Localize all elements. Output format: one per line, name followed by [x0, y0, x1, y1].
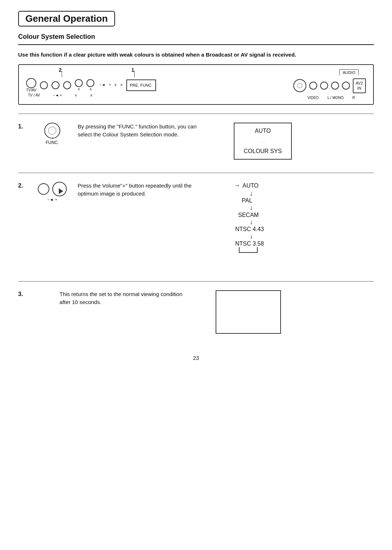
v-bottom: v: [75, 93, 77, 97]
l-mono-label: L / MONO: [327, 96, 344, 100]
volume-icon: [38, 182, 67, 196]
flow-pal-row: PAL: [242, 197, 252, 204]
flow-ntsc443: NTSC 4.43: [235, 225, 264, 233]
panel-left: TV/AV v ∧: [26, 78, 250, 97]
tv-panel-diagram: 2 1 TV/AV v: [18, 64, 374, 105]
right-btn1: [309, 82, 317, 90]
v-btn: [75, 79, 83, 87]
tv-av-btn: [26, 78, 36, 88]
flow-arrow1: ↓: [247, 190, 253, 198]
flow-ntsc443-row: NTSC 4.43: [235, 226, 264, 233]
pre-func-box: PRE. FUNC.: [126, 79, 156, 91]
flow-first-row: → AUTO: [234, 182, 258, 190]
panel-num1: 1: [131, 67, 134, 73]
step2-text: Press the Volume"+" button repeatedly un…: [78, 182, 201, 198]
flow-arrow2: ↓: [247, 204, 253, 212]
tick-1: [134, 71, 135, 77]
func-icon: FUNC.: [44, 123, 60, 145]
step2-section: 2. −◄ + Press the Volume"+" button repea…: [18, 182, 374, 259]
section-divider: [18, 44, 374, 45]
v-label: v: [78, 87, 80, 91]
flow-diagram: → AUTO ↓ PAL ↓ SECAM ↓ NTSC 4.43 ↓: [234, 182, 264, 253]
step3-row: 3. This returns the set to the normal vi…: [18, 290, 374, 334]
right-btn2: [320, 82, 328, 90]
plus-btn: [63, 81, 71, 89]
flow-arrow4: ↓: [247, 233, 253, 241]
func-circle: [44, 123, 60, 139]
step1-row: 1. FUNC. By pressing the "FUNC." functio…: [18, 123, 374, 160]
target-icon: [293, 79, 306, 92]
right-btn4: [342, 82, 350, 90]
flow-bracket: [239, 247, 258, 253]
flow-ntsc358-row: NTSC 3.58: [235, 241, 264, 247]
flow-auto: AUTO: [242, 182, 258, 190]
vol-plus-btn: [52, 182, 67, 196]
panel-num2: 2: [59, 67, 62, 73]
minus-vol-label: −◄: [47, 197, 53, 202]
r-label: R: [352, 96, 355, 100]
v-text: v: [115, 83, 117, 87]
step1-divider-top: [18, 114, 374, 114]
step3-section: 3. This returns the set to the normal vi…: [18, 290, 374, 340]
step1-auto-label: AUTO: [255, 128, 271, 134]
tv-av-bottom-label: TV / AV: [28, 93, 40, 97]
step1-dots: . .: [261, 139, 265, 144]
video-label: VIDEO: [307, 96, 319, 100]
flow-secam: SECAM: [238, 211, 259, 219]
up-text: ∧: [120, 83, 123, 87]
down-btn: [52, 81, 60, 89]
minus-bottom: −◄ +: [53, 93, 62, 97]
minus-label: −◄: [99, 83, 105, 87]
step3-text: This returns the set to the normal viewi…: [60, 290, 183, 307]
minus-btn: [40, 81, 48, 89]
plus-vol-label: +: [55, 197, 57, 202]
up-label: ∧: [89, 87, 92, 91]
up-btn: [86, 79, 94, 87]
plus-label: +: [109, 83, 111, 87]
flow-arrow3: ↓: [247, 218, 253, 226]
right-btn3: [331, 82, 339, 90]
intro-text: Use this function if a clear picture wit…: [18, 52, 327, 58]
step1-text: By pressing the "FUNC." function button,…: [78, 123, 201, 139]
right-arrow: →: [234, 182, 240, 189]
flow-ntsc358: NTSC 3.58: [235, 240, 264, 247]
step3-number: 3.: [18, 291, 27, 297]
section-title: Colour System Selection: [18, 33, 374, 41]
av2-in-label: AV2IN: [353, 78, 366, 93]
step1-number: 1.: [18, 123, 27, 130]
step1-diagram: AUTO . . COLOUR SYS: [234, 123, 292, 160]
tv-av-label: TV/AV: [26, 88, 36, 92]
up-bottom: ∧: [90, 93, 93, 97]
flow-secam-row: SECAM: [238, 212, 259, 218]
step3-empty-box: [216, 290, 281, 334]
page-title-box: General Operation: [18, 11, 115, 26]
pre-func-label: PRE. FUNC.: [130, 83, 152, 87]
step2-icon: −◄ +: [38, 182, 67, 202]
page-title: General Operation: [25, 13, 108, 24]
panel-right: AUDIO AV2IN VIDEO L / MONO R: [250, 69, 366, 100]
vol-small-btn: [38, 183, 49, 195]
page-number: 23: [18, 355, 374, 361]
flow-pal: PAL: [242, 197, 252, 204]
step3-divider-top: [18, 281, 374, 282]
step1-colour-sys-label: COLOUR SYS: [244, 148, 282, 155]
step1-section: 1. FUNC. By pressing the "FUNC." functio…: [18, 123, 374, 166]
step2-divider-top: [18, 173, 374, 173]
func-label: FUNC.: [46, 140, 59, 145]
step2-number: 2.: [18, 182, 27, 189]
step1-icon: FUNC.: [38, 123, 67, 145]
tick-2: [62, 71, 62, 77]
step2-row: 2. −◄ + Press the Volume"+" button repea…: [18, 182, 374, 253]
audio-label: AUDIO: [339, 69, 359, 75]
func-inner: [48, 127, 56, 135]
vol-labels: −◄ +: [47, 197, 57, 202]
